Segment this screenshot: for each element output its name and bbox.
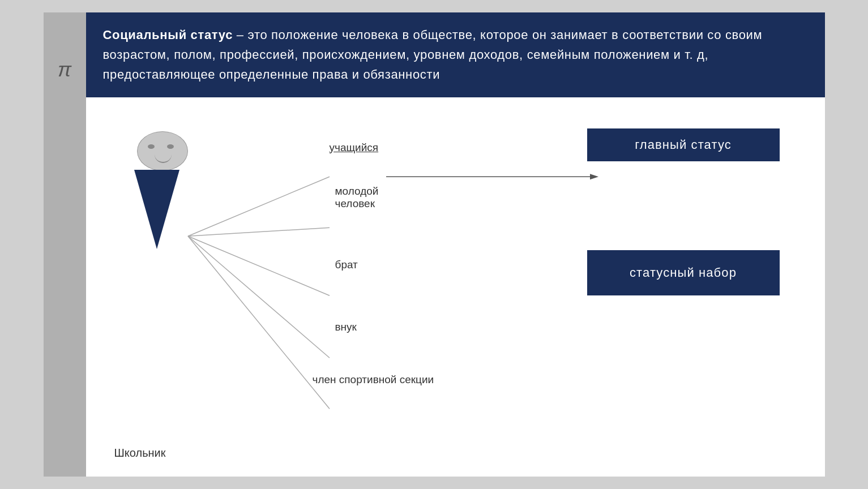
sidebar: π	[44, 12, 86, 477]
status-set-label: статусный набор	[630, 265, 737, 280]
content: Социальный статус – это положение челове…	[86, 12, 825, 477]
svg-line-6	[188, 236, 330, 409]
label-uchashchiysa: учащийся	[330, 141, 379, 154]
main-status-label: главный статус	[635, 138, 732, 152]
label-brat: брат	[335, 259, 358, 271]
main-status-box: главный статус	[587, 128, 780, 161]
slide: π Социальный статус – это положение чело…	[44, 12, 825, 477]
person-body	[134, 170, 179, 249]
person-caption: Школьник	[114, 447, 166, 460]
person-figure	[131, 131, 182, 250]
status-set-box: статусный набор	[587, 250, 780, 295]
person-smile	[155, 155, 172, 163]
diagram-area: Школьник учащийся	[86, 97, 825, 477]
svg-line-5	[188, 236, 330, 358]
svg-line-3	[188, 228, 330, 236]
pi-icon: π	[58, 58, 71, 82]
label-vnuk: внук	[335, 321, 357, 333]
person-head	[137, 131, 188, 171]
label-molodoy: молодойчеловек	[335, 185, 379, 210]
bold-word1: Социальный	[103, 28, 187, 42]
label-chlen: член спортивной секции	[313, 374, 434, 386]
bold-word2: статус	[191, 28, 233, 42]
svg-line-4	[188, 236, 330, 295]
definition-box: Социальный статус – это положение челове…	[86, 12, 825, 97]
svg-line-0	[188, 177, 330, 236]
svg-marker-2	[590, 174, 598, 179]
